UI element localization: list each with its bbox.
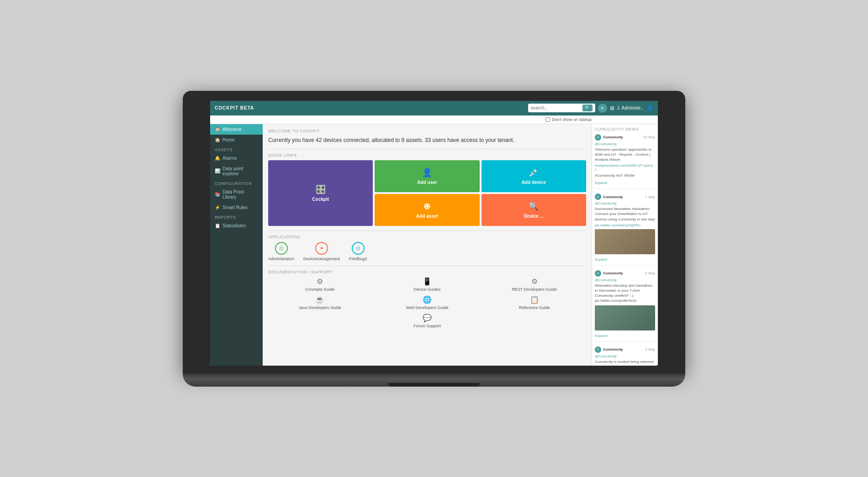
quick-links-grid: 🎛️ Cockpit 👤 Add user 💉 Add: [268, 160, 586, 226]
sidebar-statuslisten-label: Statuslisten: [222, 223, 246, 228]
library-icon: 📚: [215, 192, 220, 197]
sidebar-item-alarms[interactable]: 🔔 Alarms: [210, 153, 263, 163]
news-avatar-4: C: [595, 346, 601, 353]
news-text-3: Wearables barcamp and hackathon in Darms…: [595, 283, 655, 304]
web-icon: 🌐: [423, 295, 432, 304]
doc-java-developers[interactable]: ☕ Java Developers Guide: [268, 295, 372, 310]
news-item-3: C Cumulocity 5 May @Cumulocity Wearables…: [595, 270, 655, 342]
cockpit-tile-icon: 🎛️: [316, 184, 326, 194]
app-container: COCKPIT BETA 🔍 + ⊞ J. Administr... 👤: [210, 101, 658, 366]
sidebar-welcome-label: Welcome: [222, 127, 242, 132]
news-author-4: Cumulocity: [603, 347, 623, 351]
reference-icon: 📋: [530, 295, 539, 304]
sidebar-item-home[interactable]: 🏠 Home: [210, 135, 263, 145]
search-button[interactable]: 🔍: [582, 105, 593, 111]
news-item-1-header: C Cumulocity 15 May: [595, 134, 655, 141]
add-user-tile-icon: 👤: [422, 168, 432, 178]
sidebar-item-data-point-explorer[interactable]: 📊 Data point explorer: [210, 163, 263, 179]
devicemgmt-label: Devicemanagement: [303, 257, 340, 261]
admin-icon: ⊙: [275, 242, 288, 255]
welcome-icon: 🏠: [215, 127, 220, 132]
news-date-1: 15 May: [643, 135, 655, 139]
doc-web-developers[interactable]: 🌐 Web Developers Guide: [376, 295, 479, 310]
add-asset-tile-label: Add asset: [416, 214, 438, 219]
tile-device-search[interactable]: 🔍 Device ...: [482, 194, 586, 226]
news-avatar-3: C: [595, 270, 601, 277]
laptop-screen: COCKPIT BETA 🔍 + ⊞ J. Administr... 👤: [210, 101, 658, 366]
device-guides-label: Device Guides: [414, 287, 441, 292]
app-item-devicemanagement[interactable]: ✦ Devicemanagement: [303, 242, 340, 261]
news-expand-2[interactable]: Expand: [595, 257, 607, 262]
search-input[interactable]: [531, 105, 581, 110]
news-image-2: [595, 229, 655, 254]
news-item-2-header: C Cumulocity 7 May: [595, 194, 655, 200]
dont-show-row: Don't show on startup: [210, 115, 658, 124]
user-label[interactable]: J. Administr...: [617, 105, 644, 110]
news-item-4: C Cumulocity 4 May @Cumulocity Cumulocit…: [595, 346, 655, 366]
sidebar-data-point-label: Data point explorer: [222, 166, 258, 176]
quick-links-label: QUICK LINKS: [268, 153, 586, 157]
doc-device-guides[interactable]: 📱 Device Guides: [376, 277, 479, 292]
news-date-2: 7 May: [645, 195, 655, 199]
alarms-icon: 🔔: [215, 156, 220, 161]
doc-rest-developers[interactable]: ⚙ REST Developers Guide: [482, 277, 586, 292]
news-avatar-2: C: [595, 194, 601, 200]
rest-icon: ⚙: [531, 277, 538, 286]
news-expand-3[interactable]: Expand: [595, 334, 607, 338]
sidebar-item-smart-rules[interactable]: ⚡ Smart Rules: [210, 202, 263, 213]
right-panel: CUMULOCITY NEWS C Cumulocity 15 May @Cum…: [592, 124, 658, 366]
java-label: Java Developers Guide: [299, 305, 342, 310]
news-handle-2: @Cumulocity: [595, 201, 655, 205]
tile-add-asset[interactable]: ⊕ Add asset: [375, 194, 479, 226]
news-link-1[interactable]: analysismason.com/M2M-IoT-operat...: [595, 163, 655, 172]
news-handle-1: @Cumulocity: [595, 142, 655, 146]
user-icon[interactable]: 👤: [647, 105, 653, 111]
dont-show-checkbox[interactable]: [545, 117, 550, 122]
news-author-3: Cumulocity: [603, 271, 623, 275]
concepts-icon: ⚙: [317, 277, 323, 286]
sidebar-item-data-point-library[interactable]: 📚 Data Point Library: [210, 187, 263, 202]
welcome-header: WELCOME TO COCKPIT: [268, 129, 586, 133]
dont-show-label: Don't show on startup: [552, 117, 592, 122]
tile-add-device[interactable]: 💉 Add device: [482, 160, 586, 192]
news-item-4-header: C Cumulocity 4 May: [595, 346, 655, 353]
device-guide-icon: 📱: [423, 277, 432, 286]
add-button[interactable]: +: [598, 104, 607, 113]
welcome-message: Currently you have 42 devices connected,…: [268, 136, 586, 144]
doc-reference-guide[interactable]: 📋 Reference Guide: [482, 295, 586, 310]
content-area: WELCOME TO COCKPIT Currently you have 42…: [263, 124, 592, 366]
news-avatar-1: C: [595, 134, 601, 141]
rest-label: REST Developers Guide: [512, 287, 556, 292]
news-header: CUMULOCITY NEWS: [595, 127, 655, 131]
doc-forum-support[interactable]: 💬 Forum Support: [413, 314, 441, 328]
sidebar-home-label: Home: [222, 137, 235, 142]
web-label: Web Developers Guide: [406, 305, 449, 310]
sidebar-item-welcome[interactable]: 🏠 Welcome: [210, 124, 263, 135]
news-link-2[interactable]: pic.twitter.com/haCpHQDRn: [595, 223, 655, 227]
app-item-fieldbug2[interactable]: ⊙ Fieldbug2: [349, 242, 367, 261]
sidebar-item-statuslisten[interactable]: 📋 Statuslisten: [210, 220, 263, 231]
tile-cockpit[interactable]: 🎛️ Cockpit: [268, 160, 373, 226]
news-item-2: C Cumulocity 7 May @Cumulocity Successfu…: [595, 194, 655, 266]
grid-icon[interactable]: ⊞: [610, 105, 614, 111]
cockpit-tile-label: Cockpit: [312, 197, 329, 202]
add-device-tile-label: Add device: [522, 180, 546, 185]
news-expand-1[interactable]: Expand: [595, 181, 607, 185]
news-text-2: Successful Wearables Hackathon: Connect …: [595, 206, 655, 222]
reference-label: Reference Guide: [519, 305, 550, 310]
applications-label: APPLICATIONS: [268, 235, 586, 239]
top-nav: COCKPIT BETA 🔍 + ⊞ J. Administr... 👤: [210, 101, 658, 115]
documentation-label: DOCUMENTATION / SUPPORT: [268, 270, 586, 274]
news-handle-3: @Cumulocity: [595, 278, 655, 282]
doc-concepts-guide[interactable]: ⚙ Concepts Guide: [268, 277, 372, 292]
news-handle-4: @Cumulocity: [595, 354, 655, 358]
sidebar-rules-label: Smart Rules: [222, 205, 248, 210]
news-author-1: Cumulocity: [603, 135, 623, 139]
nav-icons: + ⊞ J. Administr... 👤: [598, 104, 653, 113]
rules-icon: ⚡: [215, 205, 220, 210]
device-search-tile-icon: 🔍: [529, 201, 539, 211]
tile-add-user[interactable]: 👤 Add user: [375, 160, 479, 192]
concepts-label: Concepts Guide: [305, 287, 335, 292]
sidebar-config-section: CONFIGURATION: [210, 179, 263, 187]
app-item-administration[interactable]: ⊙ Administration: [268, 242, 294, 261]
